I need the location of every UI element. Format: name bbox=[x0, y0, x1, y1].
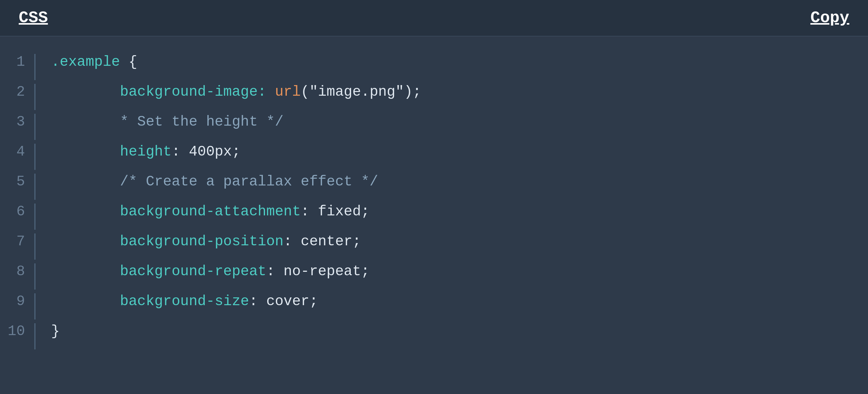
line-number: 2 bbox=[0, 84, 34, 100]
line-number: 7 bbox=[0, 233, 34, 250]
code-segment: .example bbox=[51, 54, 128, 70]
code-segment: url bbox=[275, 84, 301, 100]
line-divider bbox=[34, 54, 35, 80]
line-content: .example { bbox=[51, 54, 137, 70]
line-content: } bbox=[51, 323, 60, 339]
line-divider bbox=[34, 233, 35, 260]
table-row: 2 background-image: url("image.png"); bbox=[0, 82, 868, 112]
code-segment: background-size bbox=[51, 293, 249, 309]
code-segment: /* Create a parallax effect */ bbox=[51, 174, 378, 190]
code-segment: ("image.png"); bbox=[301, 84, 421, 100]
line-divider bbox=[34, 203, 35, 230]
line-divider bbox=[34, 323, 35, 350]
code-segment: : 400px; bbox=[172, 144, 240, 160]
code-segment: { bbox=[128, 54, 137, 70]
line-content: background-attachment: fixed; bbox=[51, 203, 369, 220]
table-row: 4 height: 400px; bbox=[0, 142, 868, 172]
table-row: 9 background-size: cover; bbox=[0, 291, 868, 321]
panel-title: CSS bbox=[19, 9, 48, 27]
table-row: 6 background-attachment: fixed; bbox=[0, 202, 868, 232]
code-segment: : fixed; bbox=[301, 203, 370, 220]
table-row: 8 background-repeat: no-repeat; bbox=[0, 262, 868, 291]
line-content: * Set the height */ bbox=[51, 114, 283, 130]
line-divider bbox=[34, 263, 35, 290]
code-panel: CSS Copy 1.example {2 background-image: … bbox=[0, 0, 868, 394]
line-divider bbox=[34, 174, 35, 200]
table-row: 5 /* Create a parallax effect */ bbox=[0, 172, 868, 202]
line-content: /* Create a parallax effect */ bbox=[51, 174, 378, 190]
code-segment: * Set the height */ bbox=[51, 114, 283, 130]
line-number: 3 bbox=[0, 114, 34, 130]
line-content: background-image: url("image.png"); bbox=[51, 84, 421, 100]
line-content: background-position: center; bbox=[51, 233, 361, 250]
line-divider bbox=[34, 114, 35, 140]
line-number: 4 bbox=[0, 144, 34, 160]
line-number: 8 bbox=[0, 263, 34, 280]
line-content: background-size: cover; bbox=[51, 293, 318, 309]
table-row: 7 background-position: center; bbox=[0, 232, 868, 262]
line-number: 5 bbox=[0, 174, 34, 190]
code-body: 1.example {2 background-image: url("imag… bbox=[0, 36, 868, 394]
line-number: 6 bbox=[0, 203, 34, 220]
code-segment: background-image: bbox=[51, 84, 275, 100]
code-segment: background-attachment bbox=[51, 203, 301, 220]
code-segment: : center; bbox=[283, 233, 361, 250]
table-row: 1.example { bbox=[0, 52, 868, 82]
table-row: 3 * Set the height */ bbox=[0, 112, 868, 142]
code-segment: : cover; bbox=[249, 293, 318, 309]
code-segment: height bbox=[51, 144, 172, 160]
code-lines: 1.example {2 background-image: url("imag… bbox=[0, 52, 868, 351]
line-content: height: 400px; bbox=[51, 144, 240, 160]
line-number: 10 bbox=[0, 323, 34, 339]
code-segment: : no-repeat; bbox=[266, 263, 369, 280]
code-segment: } bbox=[51, 323, 60, 339]
table-row: 10} bbox=[0, 321, 868, 351]
code-segment: background-repeat bbox=[51, 263, 266, 280]
line-divider bbox=[34, 293, 35, 320]
line-number: 1 bbox=[0, 54, 34, 70]
line-number: 9 bbox=[0, 293, 34, 309]
copy-button[interactable]: Copy bbox=[810, 9, 849, 27]
code-segment: background-position bbox=[51, 233, 283, 250]
line-divider bbox=[34, 144, 35, 170]
line-divider bbox=[34, 84, 35, 110]
code-header: CSS Copy bbox=[0, 0, 868, 36]
line-content: background-repeat: no-repeat; bbox=[51, 263, 369, 280]
